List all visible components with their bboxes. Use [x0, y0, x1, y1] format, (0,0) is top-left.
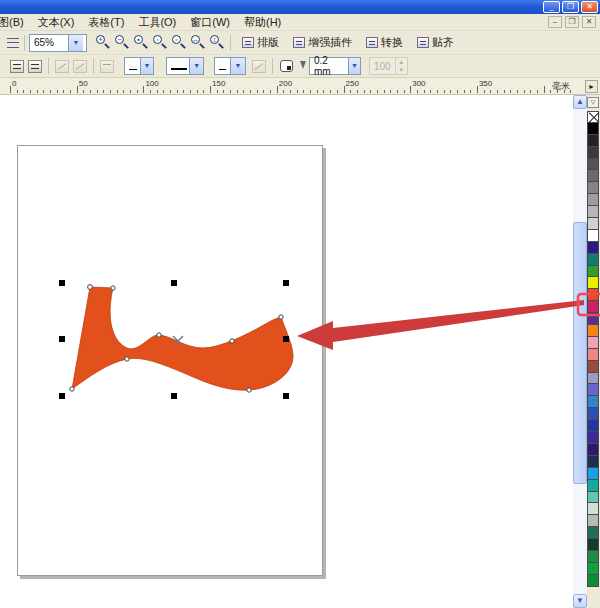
minimize-button[interactable]: _: [543, 1, 560, 13]
vertical-scrollbar[interactable]: ▲ ▼: [573, 95, 587, 608]
ruler-tick: [43, 90, 44, 93]
zoom-to-all-icon[interactable]: ◦: [151, 34, 168, 51]
palette-scroll-icon[interactable]: ▽: [587, 97, 599, 108]
palette-swatch[interactable]: [587, 254, 599, 266]
zoom-to-width-icon[interactable]: ↔: [189, 34, 206, 51]
options-icon[interactable]: [6, 36, 20, 50]
ruler-tick: [544, 86, 545, 93]
palette-swatch[interactable]: [587, 313, 599, 325]
menu-table[interactable]: 表格(T): [80, 14, 132, 31]
chevron-down-icon[interactable]: ▼: [140, 58, 153, 74]
scrollbar-thumb[interactable]: [573, 222, 587, 484]
no-color-swatch[interactable]: [587, 111, 599, 123]
palette-swatch[interactable]: [587, 432, 599, 444]
start-line-style-selector[interactable]: ▼: [166, 57, 204, 75]
palette-swatch[interactable]: [587, 218, 599, 230]
outline-width-combo[interactable]: 0.2 mm ▼: [309, 57, 361, 75]
palette-swatch[interactable]: [587, 242, 599, 254]
ruler-tick: [23, 90, 24, 93]
palette-swatch[interactable]: [587, 147, 599, 159]
palette-swatch[interactable]: [587, 468, 599, 480]
palette-swatch[interactable]: [587, 503, 599, 515]
ruler-tick: [210, 86, 211, 93]
palette-swatch[interactable]: [587, 182, 599, 194]
palette-swatch[interactable]: [587, 277, 599, 289]
layout-button[interactable]: 排版: [237, 33, 284, 52]
ruler-tick: [157, 90, 158, 93]
palette-swatch[interactable]: [587, 373, 599, 385]
zoom-level-combo[interactable]: 65% ▼: [29, 34, 87, 52]
chevron-down-icon[interactable]: ▼: [189, 58, 203, 74]
menu-text[interactable]: 文本(X): [30, 14, 83, 31]
ruler-scroll-button[interactable]: ►: [585, 80, 598, 93]
menu-help[interactable]: 帮助(H): [236, 14, 289, 31]
palette-swatch[interactable]: [587, 551, 599, 563]
palette-swatch[interactable]: [587, 135, 599, 147]
snap-button[interactable]: 贴齐: [412, 33, 459, 52]
object-props-icon[interactable]: [28, 60, 42, 73]
palette-swatch[interactable]: [587, 123, 599, 135]
zoom-in-icon[interactable]: +: [94, 34, 111, 51]
close-button[interactable]: ✕: [581, 1, 598, 13]
restore-button[interactable]: ❐: [562, 1, 579, 13]
palette-swatch[interactable]: [587, 492, 599, 504]
chevron-down-icon[interactable]: ▼: [230, 58, 245, 74]
line-style-sample: [129, 69, 137, 70]
menu-bitmaps[interactable]: 图(B): [0, 14, 32, 31]
palette-swatch[interactable]: [587, 170, 599, 182]
palette-swatch[interactable]: [587, 384, 599, 396]
palette-swatch[interactable]: [587, 539, 599, 551]
palette-swatch[interactable]: [587, 575, 599, 587]
end-line-style-selector[interactable]: ▼: [214, 57, 246, 75]
doc-restore-button[interactable]: ❐: [565, 16, 579, 28]
scroll-up-icon[interactable]: ▲: [573, 95, 587, 109]
palette-swatch[interactable]: [587, 301, 599, 313]
zoom-to-page-icon[interactable]: ▫: [170, 34, 187, 51]
zoom-to-height-icon[interactable]: ↕: [208, 34, 225, 51]
palette-swatch[interactable]: [587, 515, 599, 527]
palette-swatch[interactable]: [587, 527, 599, 539]
doc-close-button[interactable]: ✕: [582, 16, 596, 28]
zoom-out-icon[interactable]: −: [113, 34, 130, 51]
palette-swatch[interactable]: [587, 361, 599, 373]
menu-tools[interactable]: 工具(O): [130, 14, 184, 31]
ruler-tick: [410, 86, 411, 93]
ruler-label: 350: [479, 79, 492, 88]
wrap-text-icon[interactable]: [10, 60, 24, 73]
behind-fill-icon[interactable]: [280, 60, 293, 72]
ruler-tick: [197, 90, 198, 93]
doc-minimize-button[interactable]: –: [548, 16, 562, 28]
scroll-down-icon[interactable]: ▼: [573, 594, 587, 608]
palette-swatch[interactable]: [587, 289, 599, 301]
chevron-down-icon[interactable]: ▼: [68, 35, 83, 51]
palette-swatch[interactable]: [587, 420, 599, 432]
palette-swatch[interactable]: [587, 194, 599, 206]
zoom-to-selection-icon[interactable]: ▪: [132, 34, 149, 51]
palette-swatch[interactable]: [587, 206, 599, 218]
palette-swatch[interactable]: [587, 159, 599, 171]
palette-swatch[interactable]: [587, 456, 599, 468]
drawing-workspace[interactable]: [0, 95, 574, 608]
palette-swatch[interactable]: [587, 266, 599, 278]
chevron-down-icon[interactable]: ▼: [348, 58, 360, 74]
outline-style-selector[interactable]: ▼: [124, 57, 154, 75]
palette-swatch[interactable]: [587, 563, 599, 575]
palette-swatch[interactable]: [587, 396, 599, 408]
palette-swatch[interactable]: [587, 230, 599, 242]
ruler-tick: [297, 90, 298, 93]
document-page[interactable]: [17, 145, 323, 576]
palette-swatch[interactable]: [587, 408, 599, 420]
palette-swatch[interactable]: [587, 480, 599, 492]
palette-swatch[interactable]: [587, 325, 599, 337]
menu-window[interactable]: 窗口(W): [182, 14, 238, 31]
palette-swatch[interactable]: [587, 337, 599, 349]
ruler-tick: [263, 90, 264, 93]
convert-button[interactable]: 转换: [361, 33, 408, 52]
ruler-tick: [110, 90, 111, 93]
ruler-tick: [83, 90, 84, 93]
palette-swatch[interactable]: [587, 444, 599, 456]
plugins-button[interactable]: 增强插件: [288, 33, 357, 52]
palette-swatch[interactable]: [587, 349, 599, 361]
outline-width-value: 0.2 mm: [310, 55, 348, 77]
layout-icon: [242, 37, 254, 48]
